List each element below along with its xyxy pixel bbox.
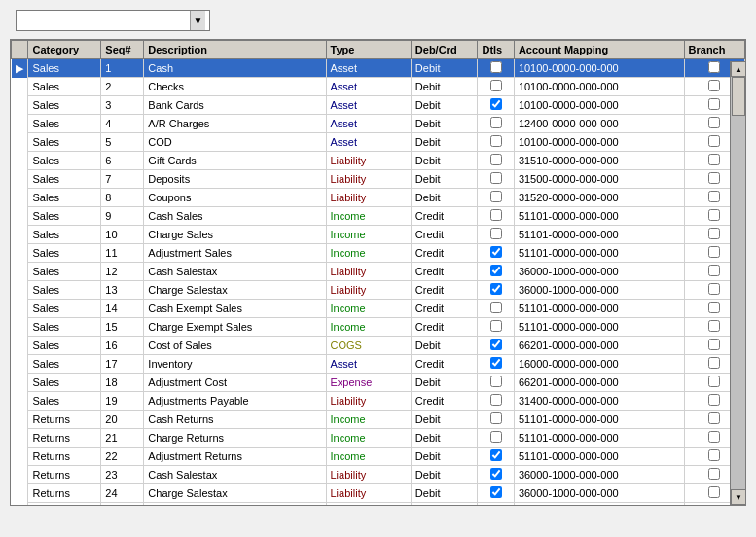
cell-dtls[interactable]: [478, 152, 514, 170]
dtls-checkbox[interactable]: [490, 357, 502, 369]
branch-checkbox[interactable]: [708, 376, 720, 387]
branch-checkbox[interactable]: [708, 154, 720, 165]
branch-checkbox[interactable]: [708, 61, 720, 73]
table-row[interactable]: Sales2ChecksAssetDebit10100-0000-000-000: [12, 78, 745, 96]
cell-dtls[interactable]: [478, 337, 514, 355]
cell-dtls[interactable]: [478, 96, 514, 115]
dtls-checkbox[interactable]: [490, 486, 502, 498]
branch-checkbox[interactable]: [708, 339, 720, 350]
cell-dtls[interactable]: [478, 59, 514, 78]
cell-dtls[interactable]: [478, 484, 514, 503]
cell-dtls[interactable]: [478, 429, 514, 448]
header-dtls[interactable]: Dtls: [478, 41, 514, 59]
scroll-down-button[interactable]: ▼: [731, 489, 746, 505]
dtls-checkbox[interactable]: [490, 80, 502, 91]
dtls-checkbox[interactable]: [490, 209, 502, 221]
dtls-checkbox[interactable]: [490, 376, 502, 387]
cell-dtls[interactable]: [478, 392, 514, 411]
dtls-checkbox[interactable]: [490, 449, 502, 461]
table-row[interactable]: Sales7DepositsLiabilityDebit31500-0000-0…: [12, 170, 745, 189]
table-row[interactable]: ▶Sales1CashAssetDebit10100-0000-000-000: [12, 59, 745, 78]
cell-dtls[interactable]: [478, 374, 514, 392]
table-row[interactable]: Sales12Cash SalestaxLiabilityCredit36000…: [12, 263, 745, 281]
branch-checkbox[interactable]: [708, 302, 720, 313]
cell-dtls[interactable]: [478, 115, 514, 133]
table-row[interactable]: Sales16Cost of SalesCOGSDebit66201-0000-…: [12, 337, 745, 355]
journal-type-select[interactable]: ▼: [16, 10, 210, 31]
branch-checkbox[interactable]: [708, 394, 720, 406]
scroll-track[interactable]: [731, 77, 745, 489]
cell-dtls[interactable]: [478, 466, 514, 484]
branch-checkbox[interactable]: [708, 246, 720, 258]
branch-checkbox[interactable]: [708, 320, 720, 332]
cell-dtls[interactable]: [478, 244, 514, 263]
dropdown-arrow-icon[interactable]: ▼: [190, 11, 205, 30]
dtls-checkbox[interactable]: [490, 468, 502, 480]
table-row[interactable]: Returns24Charge SalestaxLiabilityDebit36…: [12, 484, 745, 503]
scroll-thumb[interactable]: [732, 77, 745, 116]
header-branch[interactable]: Branch: [684, 41, 744, 59]
branch-checkbox[interactable]: [708, 172, 720, 184]
header-category[interactable]: Category: [28, 41, 101, 59]
cell-dtls[interactable]: [478, 226, 514, 244]
header-description[interactable]: Description: [144, 41, 326, 59]
branch-checkbox[interactable]: [708, 228, 720, 239]
header-debcrd[interactable]: Deb/Crd: [411, 41, 478, 59]
table-row[interactable]: Returns22Adjustment ReturnsIncomeDebit51…: [12, 448, 745, 466]
branch-checkbox[interactable]: [708, 431, 720, 443]
branch-checkbox[interactable]: [708, 283, 720, 295]
cell-dtls[interactable]: [478, 300, 514, 318]
cell-dtls[interactable]: [478, 503, 514, 506]
dtls-checkbox[interactable]: [490, 172, 502, 184]
scroll-up-button[interactable]: ▲: [731, 61, 746, 77]
branch-checkbox[interactable]: [708, 209, 720, 221]
dtls-checkbox[interactable]: [490, 265, 502, 276]
branch-checkbox[interactable]: [708, 449, 720, 461]
dtls-checkbox[interactable]: [490, 302, 502, 313]
table-row[interactable]: Sales10Charge SalesIncomeCredit51101-000…: [12, 226, 745, 244]
dtls-checkbox[interactable]: [490, 154, 502, 165]
table-row[interactable]: Returns21Charge ReturnsIncomeDebit51101-…: [12, 429, 745, 448]
branch-checkbox[interactable]: [708, 412, 720, 424]
table-row[interactable]: Sales9Cash SalesIncomeCredit51101-0000-0…: [12, 207, 745, 226]
table-row[interactable]: Sales18Adjustment CostExpenseDebit66201-…: [12, 374, 745, 392]
branch-checkbox[interactable]: [708, 98, 720, 110]
table-row[interactable]: Sales19Adjustments PayableLiabilityCredi…: [12, 392, 745, 411]
dtls-checkbox[interactable]: [490, 320, 502, 332]
dtls-checkbox[interactable]: [490, 98, 502, 110]
branch-checkbox[interactable]: [708, 117, 720, 128]
table-row[interactable]: Sales15Charge Exempt SalesIncomeCredit51…: [12, 318, 745, 337]
table-row[interactable]: Sales17InventoryAssetCredit16000-0000-00…: [12, 355, 745, 374]
dtls-checkbox[interactable]: [490, 117, 502, 128]
cell-dtls[interactable]: [478, 189, 514, 207]
table-row[interactable]: Sales6Gift CardsLiabilityDebit31510-0000…: [12, 152, 745, 170]
dtls-checkbox[interactable]: [490, 135, 502, 147]
table-row[interactable]: Returns23Cash SalestaxLiabilityDebit3600…: [12, 466, 745, 484]
dtls-checkbox[interactable]: [490, 246, 502, 258]
branch-checkbox[interactable]: [708, 265, 720, 276]
scrollbar[interactable]: ▲ ▼: [730, 61, 745, 505]
header-type[interactable]: Type: [326, 41, 411, 59]
dtls-checkbox[interactable]: [490, 339, 502, 350]
cell-dtls[interactable]: [478, 411, 514, 429]
dtls-checkbox[interactable]: [490, 191, 502, 202]
cell-dtls[interactable]: [478, 78, 514, 96]
table-row[interactable]: Sales14Cash Exempt SalesIncomeCredit5110…: [12, 300, 745, 318]
table-row[interactable]: Sales13Charge SalestaxLiabilityCredit360…: [12, 281, 745, 300]
header-seq[interactable]: Seq#: [101, 41, 144, 59]
header-account-mapping[interactable]: Account Mapping: [514, 41, 684, 59]
dtls-checkbox[interactable]: [490, 394, 502, 406]
cell-dtls[interactable]: [478, 281, 514, 300]
cell-dtls[interactable]: [478, 318, 514, 337]
table-row[interactable]: Sales3Bank CardsAssetDebit10100-0000-000…: [12, 96, 745, 115]
dtls-checkbox[interactable]: [490, 412, 502, 424]
branch-checkbox[interactable]: [708, 135, 720, 147]
cell-dtls[interactable]: [478, 448, 514, 466]
table-row[interactable]: Sales8CouponsLiabilityDebit31520-0000-00…: [12, 189, 745, 207]
branch-checkbox[interactable]: [708, 191, 720, 202]
table-row[interactable]: Sales4A/R ChargesAssetDebit12400-0000-00…: [12, 115, 745, 133]
dtls-checkbox[interactable]: [490, 61, 502, 73]
cell-dtls[interactable]: [478, 170, 514, 189]
dtls-checkbox[interactable]: [490, 228, 502, 239]
dtls-checkbox[interactable]: [490, 431, 502, 443]
